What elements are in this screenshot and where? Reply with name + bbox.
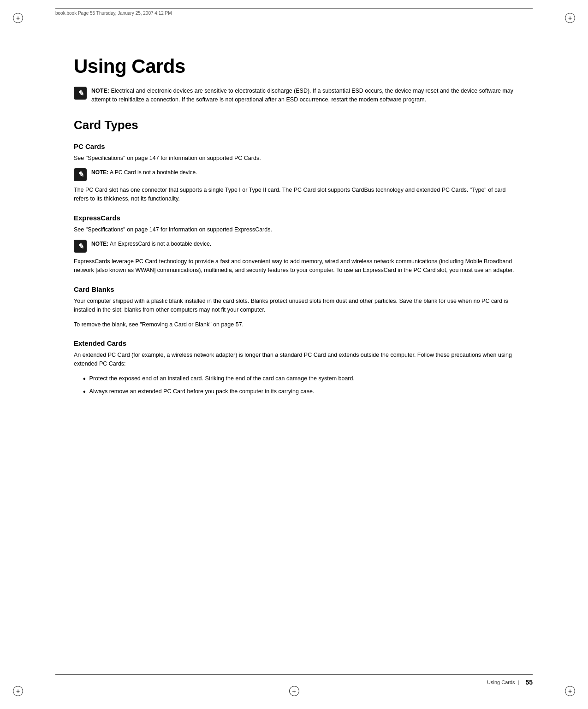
list-item: Always remove an extended PC Card before… <box>83 387 514 397</box>
express-cards-note-icon: ✎ <box>74 240 87 253</box>
express-cards-note-box: ✎ NOTE: An ExpressCard is not a bootable… <box>74 240 514 253</box>
note-icon-main: ✎ <box>74 87 87 100</box>
pc-cards-note-symbol: ✎ <box>77 170 83 179</box>
page: book.book Page 55 Thursday, January 25, … <box>0 0 588 709</box>
express-cards-body: ExpressCards leverage PC Card technology… <box>74 257 514 275</box>
file-info-bar: book.book Page 55 Thursday, January 25, … <box>55 8 533 16</box>
card-blanks-heading: Card Blanks <box>74 285 514 293</box>
file-info-text: book.book Page 55 Thursday, January 25, … <box>55 11 172 16</box>
express-cards-intro: See "Specifications" on page 147 for inf… <box>74 225 514 234</box>
main-note-box: ✎ NOTE: Electrical and electronic device… <box>74 87 514 104</box>
bullet-item-2: Always remove an extended PC Card before… <box>89 387 315 396</box>
pc-cards-note-icon: ✎ <box>74 168 87 181</box>
express-cards-heading: ExpressCards <box>74 214 514 222</box>
pc-cards-note-box: ✎ NOTE: A PC Card is not a bootable devi… <box>74 168 514 181</box>
reg-mark-bottom-right <box>561 682 575 696</box>
reg-mark-top-right <box>561 13 575 27</box>
reg-mark-top-left <box>13 13 27 27</box>
pc-cards-note-text: NOTE: A PC Card is not a bootable device… <box>91 168 197 177</box>
express-cards-note-text: NOTE: An ExpressCard is not a bootable d… <box>91 240 211 248</box>
main-note-body: Electrical and electronic devices are se… <box>91 88 513 103</box>
extended-cards-intro: An extended PC Card (for example, a wire… <box>74 351 514 369</box>
card-blanks-body1: Your computer shipped with a plastic bla… <box>74 297 514 315</box>
bullet-item-1: Protect the exposed end of an installed … <box>89 374 355 383</box>
express-cards-note-body: An ExpressCard is not a bootable device. <box>110 241 211 247</box>
pc-cards-intro: See "Specifications" on page 147 for inf… <box>74 154 514 163</box>
pc-cards-body: The PC Card slot has one connector that … <box>74 186 514 204</box>
pc-cards-note-body: A PC Card is not a bootable device. <box>110 169 197 176</box>
reg-mark-bottom-left <box>13 682 27 696</box>
bottom-center-mark <box>289 686 299 696</box>
extended-cards-heading: Extended Cards <box>74 339 514 347</box>
card-blanks-body2: To remove the blank, see "Removing a Car… <box>74 320 514 329</box>
pc-cards-note-label: NOTE: <box>91 169 108 176</box>
card-types-heading: Card Types <box>74 118 514 132</box>
footer-section-label: Using Cards <box>487 679 515 685</box>
extended-cards-bullet-list: Protect the exposed end of an installed … <box>83 374 514 397</box>
footer-page-number: 55 <box>525 679 533 686</box>
page-title: Using Cards <box>74 55 514 77</box>
express-cards-note-label: NOTE: <box>91 241 108 247</box>
pc-cards-heading: PC Cards <box>74 142 514 150</box>
main-content: Using Cards ✎ NOTE: Electrical and elect… <box>74 55 514 397</box>
page-footer: Using Cards | 55 <box>55 674 533 686</box>
footer-separator: | <box>518 679 519 685</box>
main-note-label: NOTE: <box>91 88 109 94</box>
list-item: Protect the exposed end of an installed … <box>83 374 514 384</box>
main-note-text: NOTE: Electrical and electronic devices … <box>91 87 514 104</box>
express-cards-note-symbol: ✎ <box>77 242 83 251</box>
note-icon-symbol: ✎ <box>77 89 83 98</box>
